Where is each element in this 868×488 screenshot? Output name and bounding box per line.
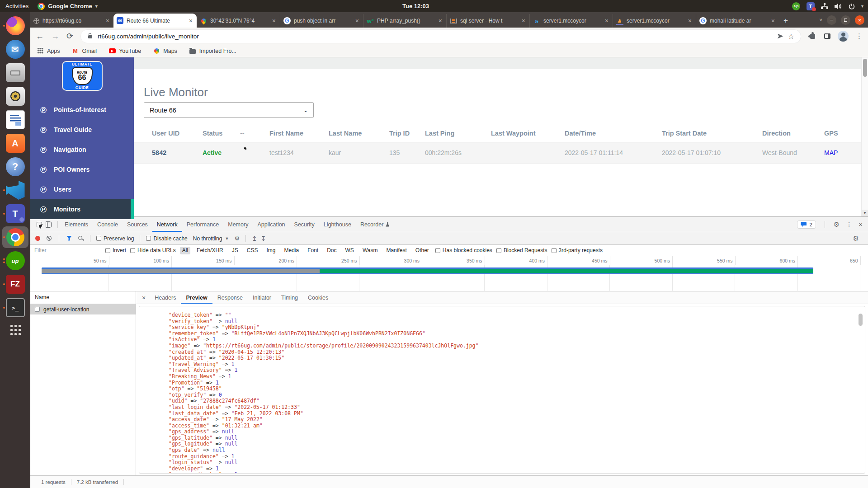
filter-category-media[interactable]: Media xyxy=(282,247,301,254)
search-icon[interactable] xyxy=(78,236,82,240)
hide-data-urls-checkbox[interactable]: Hide data URLs xyxy=(130,247,176,253)
dock-item-thunderbird[interactable] xyxy=(2,38,28,60)
network-conditions-icon[interactable]: ⚙ xyxy=(234,235,240,241)
browser-tab[interactable]: https://rt66ug.co× xyxy=(30,14,113,28)
filter-category-css[interactable]: CSS xyxy=(245,247,260,254)
dock-item-terminal[interactable] xyxy=(2,297,28,319)
detail-tab-timing[interactable]: Timing xyxy=(276,291,303,304)
export-har-icon[interactable]: ↧ xyxy=(261,235,266,242)
bookmark-youtube[interactable]: YouTube xyxy=(108,48,141,54)
tab-close-icon[interactable]: × xyxy=(188,18,193,24)
tab-close-icon[interactable]: × xyxy=(770,18,776,24)
detail-tab-headers[interactable]: Headers xyxy=(150,291,181,304)
maximize-button[interactable] xyxy=(841,15,850,25)
filter-funnel-icon[interactable] xyxy=(66,236,72,241)
filter-category-img[interactable]: Img xyxy=(264,247,278,254)
tab-close-icon[interactable]: × xyxy=(438,18,443,24)
dock-item-teams[interactable] xyxy=(2,203,28,225)
sidebar-item-travel-guide[interactable]: ℗Travel Guide xyxy=(30,120,134,140)
dock-item-upwork[interactable] xyxy=(2,250,28,272)
forward-button[interactable]: → xyxy=(51,32,59,41)
close-detail-icon[interactable]: × xyxy=(138,294,150,301)
lock-icon[interactable] xyxy=(88,35,92,38)
devtools-tab-memory[interactable]: Memory xyxy=(223,217,253,232)
sidebar-item-points-of-interest[interactable]: ℗Points-of-Interest xyxy=(30,100,134,120)
filter-category-font[interactable]: Font xyxy=(305,247,321,254)
dock-item-software[interactable] xyxy=(2,132,28,154)
teams-tray-icon[interactable]: T xyxy=(807,2,815,10)
dock-item-files[interactable] xyxy=(2,62,28,84)
request-row[interactable]: getall-user-location xyxy=(30,304,136,314)
inspect-element-icon[interactable] xyxy=(37,222,42,227)
filter-category-manifest[interactable]: Manifest xyxy=(384,247,409,254)
extensions-icon[interactable] xyxy=(810,34,815,39)
filter-category-ws[interactable]: WS xyxy=(343,247,356,254)
sidebar-item-poi-owners[interactable]: ℗POI Owners xyxy=(30,160,134,179)
filter-category-js[interactable]: JS xyxy=(230,247,241,254)
browser-tab[interactable]: Route 66 Ultimate× xyxy=(113,14,197,28)
profile-avatar[interactable] xyxy=(838,31,849,42)
address-bar[interactable]: rt66ug.com/admin/public/live_monitor ☆ xyxy=(80,29,801,43)
browser-tab[interactable]: server1.mccoycor× xyxy=(613,14,696,28)
browser-tab[interactable]: PHP array_push()× xyxy=(363,14,446,28)
sidebar-item-navigation[interactable]: ℗Navigation xyxy=(30,140,134,160)
upwork-tray-icon[interactable]: Up xyxy=(792,2,800,10)
scroll-down-button[interactable]: ▼ xyxy=(862,210,868,216)
import-har-icon[interactable]: ↥ xyxy=(252,235,257,242)
devtools-tab-security[interactable]: Security xyxy=(290,217,319,232)
tab-close-icon[interactable]: × xyxy=(604,18,609,24)
minimize-button[interactable]: – xyxy=(827,15,836,25)
bookmark-gmail[interactable]: Gmail xyxy=(72,48,97,54)
table-row[interactable]: 5842Activetest1234kaur13500h:22m:26s2022… xyxy=(134,142,868,164)
throttling-select[interactable]: No throttling ▼ xyxy=(191,235,231,242)
volume-icon[interactable] xyxy=(835,3,842,9)
tab-close-icon[interactable]: × xyxy=(105,18,110,24)
dock-item-chrome[interactable] xyxy=(2,226,28,248)
preserve-log-checkbox[interactable]: Preserve log xyxy=(96,235,134,242)
bookmark-maps[interactable]: Maps xyxy=(153,48,177,54)
tab-close-icon[interactable]: × xyxy=(521,18,526,24)
devtools-tab-lighthouse[interactable]: Lighthouse xyxy=(319,217,356,232)
filter-category-fetch-xhr[interactable]: Fetch/XHR xyxy=(194,247,226,254)
browser-tab[interactable]: server1.mccoycor× xyxy=(529,14,613,28)
activities-button[interactable]: Activities xyxy=(5,3,28,9)
tab-close-icon[interactable]: × xyxy=(687,18,693,24)
network-settings-gear-icon[interactable]: ⚙ xyxy=(853,235,859,242)
toggle-blocked-requests[interactable]: Blocked Requests xyxy=(496,247,547,253)
network-overview[interactable] xyxy=(30,265,868,291)
app-menu[interactable]: Google Chrome ▾ xyxy=(38,3,98,10)
browser-tab[interactable]: mohali latitude ar× xyxy=(696,14,779,28)
dock-item-help[interactable] xyxy=(2,156,28,178)
dock-item-rhythmbox[interactable] xyxy=(2,85,28,107)
browser-tab[interactable]: 30°42'31.0"N 76°4× xyxy=(197,14,280,28)
filter-category-doc[interactable]: Doc xyxy=(325,247,339,254)
bookmark-apps[interactable]: Apps xyxy=(37,48,60,54)
devtools-tab-network[interactable]: Network xyxy=(152,217,182,232)
settings-gear-icon[interactable]: ⚙ xyxy=(834,221,840,228)
new-tab-button[interactable]: + xyxy=(779,14,793,28)
detail-tab-response[interactable]: Response xyxy=(212,291,248,304)
filter-input[interactable]: Filter xyxy=(34,247,101,253)
disable-cache-checkbox[interactable]: Disable cache xyxy=(146,235,187,242)
requests-name-header[interactable]: Name xyxy=(30,291,136,304)
devtools-tab-performance[interactable]: Performance xyxy=(182,217,224,232)
browser-tab[interactable]: push object in arr× xyxy=(280,14,363,28)
browser-menu-icon[interactable]: ⋮ xyxy=(856,32,863,40)
tab-close-icon[interactable]: × xyxy=(354,18,360,24)
scrollbar-thumb[interactable] xyxy=(863,59,867,77)
dock-item-filezilla[interactable] xyxy=(2,273,28,295)
clock[interactable]: Tue 12:03 xyxy=(402,3,429,9)
invert-checkbox[interactable]: Invert xyxy=(105,247,126,253)
share-icon[interactable] xyxy=(778,34,783,39)
reload-button[interactable]: ⟳ xyxy=(66,31,73,41)
page-scrollbar[interactable]: ▼ xyxy=(861,57,868,216)
dock-item-firefox[interactable] xyxy=(2,15,28,37)
bookmark-imported-fro-[interactable]: Imported Fro... xyxy=(189,48,236,54)
tab-close-icon[interactable]: × xyxy=(271,18,277,24)
dock-item-writer[interactable] xyxy=(2,109,28,131)
close-window-button[interactable]: × xyxy=(855,15,864,25)
device-toolbar-icon[interactable] xyxy=(47,222,52,227)
browser-tab[interactable]: sql server - How t× xyxy=(446,14,529,28)
route-select[interactable]: Route 66 ⌄ xyxy=(144,102,314,118)
issues-badge[interactable]: 2 xyxy=(797,221,816,229)
